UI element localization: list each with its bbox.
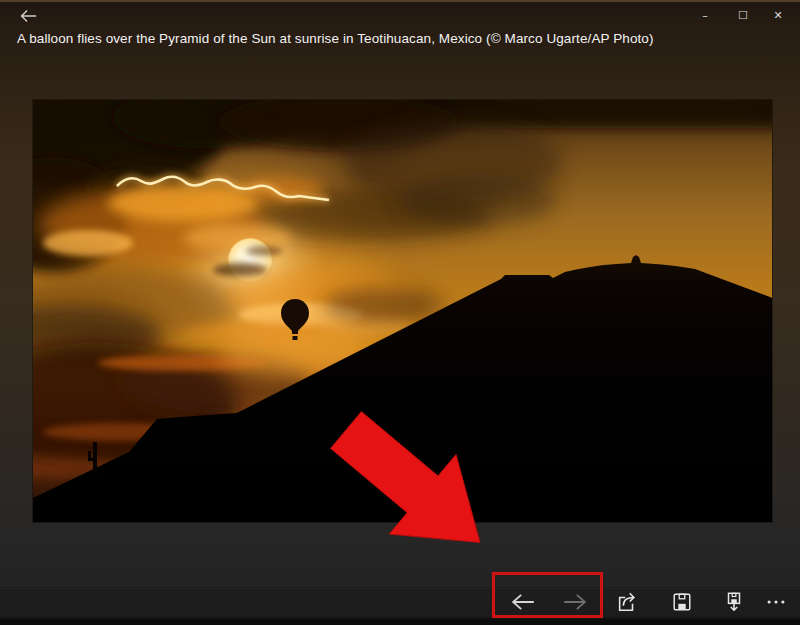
photos-app-window: – ☐ ✕ A balloon flies over the Pyramid o…	[0, 0, 800, 625]
arrow-right-icon	[563, 593, 587, 614]
share-icon	[616, 591, 638, 616]
save-icon	[671, 591, 693, 616]
save-copy-icon	[723, 591, 745, 616]
ellipsis-icon	[765, 591, 787, 616]
close-button[interactable]: ✕	[761, 2, 795, 30]
maximize-button[interactable]: ☐	[726, 2, 760, 30]
share-button[interactable]	[611, 588, 643, 618]
next-button[interactable]	[559, 588, 591, 618]
photo-image[interactable]	[33, 100, 772, 522]
back-button[interactable]	[13, 5, 43, 29]
arrow-left-icon	[511, 593, 535, 614]
save-button[interactable]	[666, 588, 698, 618]
sunrise-balloon-scene	[33, 100, 772, 522]
bottom-toolbar	[0, 585, 800, 619]
minimize-button[interactable]: –	[688, 2, 722, 30]
back-arrow-icon	[20, 9, 37, 26]
titlebar: – ☐ ✕	[0, 2, 800, 30]
photo-caption: A balloon flies over the Pyramid of the …	[17, 31, 757, 46]
save-a-copy-button[interactable]	[718, 588, 750, 618]
previous-button[interactable]	[507, 588, 539, 618]
see-more-button[interactable]	[760, 588, 792, 618]
